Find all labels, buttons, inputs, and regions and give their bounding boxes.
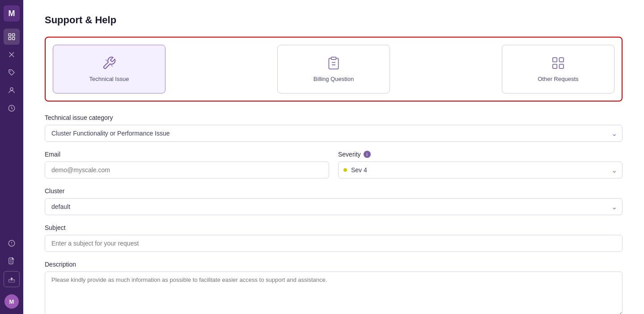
sidebar-item-person[interactable]: [4, 82, 20, 98]
person-icon: [8, 86, 16, 94]
sidebar: M: [0, 0, 23, 314]
form-row-email-severity: Email Severity i Sev 1 Sev 2 Sev 3 Sev 4: [45, 151, 623, 178]
category-field-label: Technical issue category: [45, 114, 623, 121]
svg-rect-25: [553, 64, 557, 68]
tag-icon: [8, 68, 16, 76]
category-card-other[interactable]: Other Requests: [502, 45, 614, 93]
category-card-technical[interactable]: Technical Issue: [53, 45, 165, 93]
severity-select-wrapper: Sev 1 Sev 2 Sev 3 Sev 4: [338, 161, 623, 178]
database-icon: [8, 33, 16, 41]
wrench-icon: [102, 56, 116, 70]
svg-rect-0: [8, 34, 11, 36]
document-icon: [8, 257, 16, 265]
grid-icon: [551, 56, 565, 70]
subject-field-label: Subject: [45, 224, 623, 231]
svg-point-6: [10, 71, 11, 72]
sidebar-item-upload[interactable]: [4, 271, 20, 287]
svg-line-18: [106, 59, 107, 61]
category-label-other: Other Requests: [538, 76, 578, 82]
svg-point-7: [10, 88, 13, 90]
clock-icon: [8, 104, 16, 112]
severity-field-label: Severity i: [338, 151, 623, 158]
form-section-subject: Subject: [45, 224, 623, 252]
category-gap-1: [173, 45, 270, 93]
form-section-cluster: Cluster default: [45, 187, 623, 215]
page-title: Support & Help: [45, 14, 623, 26]
severity-select[interactable]: Sev 1 Sev 2 Sev 3 Sev 4: [338, 161, 623, 178]
cluster-select-wrapper: default: [45, 198, 623, 215]
form-col-email: Email: [45, 151, 329, 178]
svg-rect-24: [559, 58, 564, 62]
cluster-select[interactable]: default: [45, 198, 623, 215]
sidebar-item-doc[interactable]: [4, 253, 20, 269]
svg-rect-2: [8, 38, 11, 40]
sidebar-item-scissors[interactable]: [4, 47, 20, 63]
severity-info-icon[interactable]: i: [364, 151, 371, 158]
email-field-label: Email: [45, 151, 329, 158]
form-section-description: Description: [45, 261, 623, 314]
app-logo: M: [4, 5, 20, 21]
svg-rect-20: [331, 57, 336, 59]
cluster-field-label: Cluster: [45, 187, 623, 195]
category-label-billing: Billing Question: [314, 76, 354, 82]
subject-input[interactable]: [45, 235, 623, 252]
clipboard-icon: [326, 56, 341, 70]
sidebar-item-tag[interactable]: [4, 64, 20, 81]
main-content: Support & Help Technical Issue Billing Q…: [23, 0, 644, 314]
svg-rect-23: [553, 58, 557, 62]
alert-icon: [8, 239, 16, 247]
sidebar-item-database[interactable]: [4, 29, 20, 45]
svg-rect-26: [559, 64, 564, 68]
category-select[interactable]: Cluster Functionality or Performance Iss…: [45, 125, 623, 142]
svg-rect-3: [13, 38, 15, 40]
user-avatar[interactable]: M: [4, 294, 19, 309]
category-label-technical: Technical Issue: [89, 76, 129, 82]
sidebar-item-alert[interactable]: [4, 235, 20, 251]
email-input[interactable]: [45, 161, 329, 178]
category-gap-2: [397, 45, 495, 93]
form-section-category: Technical issue category Cluster Functio…: [45, 114, 623, 142]
form-col-severity: Severity i Sev 1 Sev 2 Sev 3 Sev 4: [338, 151, 623, 178]
svg-point-11: [12, 245, 12, 245]
category-card-billing[interactable]: Billing Question: [277, 45, 390, 93]
scissors-icon: [8, 51, 16, 59]
category-container: Technical Issue Billing Question O: [45, 37, 623, 102]
description-textarea[interactable]: [45, 272, 623, 314]
category-select-wrapper: Cluster Functionality or Performance Iss…: [45, 125, 623, 142]
svg-line-19: [111, 65, 113, 67]
description-field-label: Description: [45, 261, 623, 268]
svg-rect-1: [13, 34, 15, 36]
sidebar-item-clock[interactable]: [4, 100, 20, 116]
upload-icon: [8, 275, 16, 283]
